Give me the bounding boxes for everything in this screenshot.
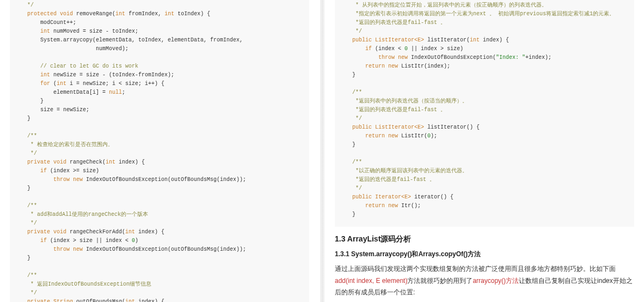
code-line: */ — [14, 2, 34, 8]
code-line: * 检查给定的索引是否在范围内。 — [14, 142, 113, 148]
code-line: public ListIterator<E> listIterator() { — [339, 124, 480, 130]
code-line: System.arraycopy(elementData, toIndex, e… — [14, 37, 243, 43]
code-line: */ — [14, 150, 37, 156]
code-line: private void rangeCheck(int index) { — [14, 159, 145, 165]
code-line: */ — [339, 116, 362, 122]
code-line: */ — [339, 28, 362, 34]
code-line: return new ListItr(index); — [339, 63, 450, 69]
code-line: * add和addAll使用的rangeCheck的一个版本 — [14, 212, 148, 218]
code-line: protected void removeRange(int fromIndex… — [14, 11, 210, 17]
code-line: modCount++; — [14, 20, 76, 26]
code-line: } — [339, 142, 355, 148]
code-line: return new ListItr(0); — [339, 133, 437, 139]
code-line: *以正确的顺序返回该列表中的元素的迭代器。 — [339, 168, 468, 174]
section-heading: 1.3 ArrayList源码分析 — [335, 234, 634, 244]
code-line: *指定的索引表示初始调用将返回的第一个元素为next 。 初始调用previou… — [339, 11, 615, 17]
code-line: size = newSize; — [14, 107, 89, 113]
code-line: numMoved); — [14, 46, 128, 52]
code-line: private void rangeCheckForAdd(int index)… — [14, 229, 164, 235]
code-line: /** — [14, 273, 37, 279]
page-right: * 从列表中的指定位置开始，返回列表中的元素（按正确顺序）的列表迭代器。 *指定… — [325, 0, 644, 302]
code-block-left: */ protected void removeRange(int fromIn… — [10, 0, 309, 302]
code-line: for (int i = newSize; i < size; i++) { — [14, 81, 164, 87]
code-line: if (index > size || index < 0) — [14, 238, 138, 244]
code-line: /** — [14, 133, 37, 139]
code-line: } — [14, 98, 44, 104]
page-left: */ protected void removeRange(int fromIn… — [0, 0, 319, 302]
code-line: /** — [339, 89, 362, 95]
code-line: /** — [14, 203, 37, 209]
code-line: throw new IndexOutOfBoundsException(outO… — [14, 246, 246, 252]
code-line: } — [14, 185, 30, 191]
code-line: } — [14, 116, 30, 122]
code-line: } — [339, 212, 355, 218]
code-line: */ — [14, 220, 37, 226]
page-divider — [320, 0, 324, 302]
code-line: } — [14, 255, 30, 261]
code-line: return new Itr(); — [339, 203, 421, 209]
code-line: throw new IndexOutOfBoundsException(outO… — [14, 177, 246, 183]
code-line: private String outOfBoundsMsg(int index)… — [14, 299, 164, 302]
code-line: */ — [14, 290, 37, 296]
code-line: if (index >= size) — [14, 168, 99, 174]
code-line: *返回的列表迭代器是fail-fast 。 — [339, 20, 446, 26]
paragraph: 通过上面源码我们发现这两个实现数组复制的方法被广泛使用而且很多地方都特别巧妙。比… — [335, 263, 634, 299]
code-line: * 从列表中的指定位置开始，返回列表中的元素（按正确顺序）的列表迭代器。 — [339, 2, 547, 8]
code-line: elementData[i] = null; — [14, 89, 125, 95]
code-line: } — [339, 72, 355, 78]
code-line: * 返回IndexOutOfBoundsException细节信息 — [14, 281, 151, 287]
code-line: public Iterator<E> iterator() { — [339, 194, 453, 200]
code-block-right: * 从列表中的指定位置开始，返回列表中的元素（按正确顺序）的列表迭代器。 *指定… — [335, 0, 634, 227]
code-line: public ListIterator<E> listIterator(int … — [339, 37, 509, 43]
highlighted-code: arraycopy()方法 — [473, 277, 519, 285]
highlighted-code: add(int index, E element) — [335, 277, 407, 285]
code-line: *返回的迭代器是fail-fast 。 — [339, 177, 435, 183]
code-line: *返回的列表迭代器是fail-fast 。 — [339, 107, 446, 113]
code-line: *返回列表中的列表迭代器（按适当的顺序）。 — [339, 98, 468, 104]
code-line: if (index < 0 || index > size) — [339, 46, 463, 52]
code-line: int numMoved = size - toIndex; — [14, 28, 138, 34]
code-line: int newSize = size - (toIndex-fromIndex)… — [14, 72, 174, 78]
code-line: throw new IndexOutOfBoundsException("Ind… — [339, 55, 551, 61]
code-line: */ — [339, 185, 362, 191]
code-line: // clear to let GC do its work — [14, 63, 138, 69]
subsection-heading: 1.3.1 System.arraycopy()和Arrays.copyOf()… — [335, 250, 634, 259]
code-line: /** — [339, 159, 362, 165]
